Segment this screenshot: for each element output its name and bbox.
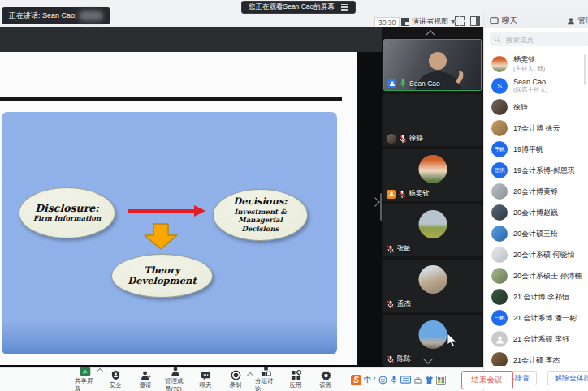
share-screen-caret-icon[interactable] (97, 368, 103, 375)
theory-label: Theory Development (128, 265, 197, 286)
share-screen-button[interactable]: 共享屏幕 (75, 366, 96, 391)
member-list-item[interactable]: 20会计硕王松 (484, 223, 588, 244)
mic-on-icon (399, 79, 407, 88)
member-avatar (491, 183, 508, 200)
record-button[interactable]: 录制 (225, 370, 246, 389)
ime-emoji-icon[interactable] (378, 376, 387, 385)
record-caret-icon[interactable] (247, 372, 253, 379)
tile-name: 杨雯钦 (409, 189, 430, 199)
presentation-slide: Disclosure: Firm Information Decisions: … (0, 52, 357, 365)
breakout-rooms-button[interactable]: 分组讨论 (255, 366, 276, 391)
end-meeting-button[interactable]: 结束会议 (461, 371, 513, 389)
security-button[interactable]: 安全 (105, 370, 126, 389)
strip-collapse-chevron-icon[interactable] (370, 197, 379, 206)
speaking-banner: 正在讲话: Sean Cao; (2, 7, 110, 24)
member-list-item[interactable]: S Sean Cao (联席主持人) (484, 75, 588, 97)
member-list-item[interactable]: 20会计系硕 何晓怡 (484, 244, 588, 265)
manage-members-button[interactable]: 管理成员(70) (165, 366, 186, 391)
decisions-title: Decisions: (233, 196, 287, 207)
mic-muted-icon (387, 355, 395, 364)
chat-tab-label: 聊天 (502, 15, 517, 26)
member-avatar: 平帆 (491, 141, 508, 157)
record-circle-icon (231, 370, 241, 380)
member-avatar (491, 226, 508, 242)
unmute-all-button[interactable]: 解除全体静音 (547, 371, 588, 385)
shared-screen-top-strip (0, 27, 382, 52)
tab-manage-members[interactable]: 管理成员 (567, 15, 588, 26)
member-list-item[interactable]: 一彬 21 会计系博 潘一彬 (484, 307, 588, 329)
red-arrow (126, 204, 207, 217)
meeting-window: 30:30 演讲者视图 正在讲话: Sean Cao; 您正在观看Sean Ca… (0, 0, 588, 391)
ime-mic-icon[interactable] (390, 375, 398, 385)
search-icon (494, 36, 501, 43)
member-avatar (491, 120, 508, 136)
member-list-item[interactable]: 17会计博 徐云 (484, 118, 588, 139)
apps-button[interactable]: 应用 (285, 370, 306, 389)
ime-skin-shirt-icon[interactable] (425, 376, 434, 385)
view-mode-selector[interactable]: 演讲者视图 (401, 15, 456, 28)
video-tile[interactable]: 孟杰 (383, 260, 482, 312)
member-list-item[interactable]: 20会计博黄铮 (484, 181, 588, 202)
tile-name: 徐静 (409, 134, 423, 144)
member-search[interactable] (490, 32, 588, 46)
chat-bubble-icon (490, 17, 499, 25)
decisions-subtitle: Investment & Managerial Decisions (234, 208, 286, 234)
fullscreen-button[interactable] (455, 16, 465, 26)
scroll-up-chevron-icon[interactable] (426, 30, 435, 39)
shared-screen-area: Disclosure: Firm Information Decisions: … (0, 27, 382, 367)
member-avatar-default (491, 331, 508, 347)
ime-toolbox-icon[interactable] (413, 376, 422, 385)
member-list-item[interactable]: 平帆 19博平帆 (484, 139, 588, 160)
disclosure-ellipse: Disclosure: Firm Information (19, 187, 115, 238)
apps-grid-icon (291, 370, 301, 380)
chat-bubble-icon (201, 370, 211, 380)
video-tile[interactable]: 徐静 (383, 94, 482, 146)
ime-keyboard-icon[interactable] (400, 376, 411, 384)
member-avatar (491, 268, 508, 284)
invite-person-icon (141, 370, 151, 380)
video-tile[interactable]: 张敏 (383, 204, 482, 256)
member-list-item[interactable]: 杨雯钦 (主持人, 我) (484, 53, 588, 75)
participant-avatar (418, 210, 447, 238)
chat-button[interactable]: 聊天 (195, 370, 216, 389)
view-mode-label: 演讲者视图 (412, 16, 448, 27)
layout-toggle-button[interactable] (470, 16, 480, 26)
redacted-name (79, 11, 103, 21)
ime-picture-icon[interactable] (436, 376, 446, 385)
tile-name: 孟杰 (397, 299, 411, 309)
settings-gear-icon (321, 370, 331, 380)
video-thumbnail-strip: Sean Cao 徐静 (382, 27, 483, 367)
search-input[interactable] (504, 35, 581, 45)
member-avatar (491, 247, 508, 263)
mic-muted-icon (387, 245, 395, 254)
security-shield-icon (111, 370, 120, 380)
mic-muted-icon (398, 190, 406, 199)
participant-role-icon (387, 79, 396, 88)
member-list-item[interactable]: 20会计系硕士 孙沛楠 (484, 265, 588, 286)
input-method-tray: S 中 ’ (348, 374, 448, 386)
ime-mode-icon[interactable]: 中 (364, 375, 371, 385)
member-list-item[interactable]: 21 会计系硕 李钰 (484, 329, 588, 350)
member-list-item[interactable]: 20会计博赵巍 (484, 202, 588, 223)
video-tile[interactable]: 杨雯钦 (383, 149, 482, 201)
invite-button[interactable]: 邀请 (135, 370, 156, 389)
member-role: (主持人, 我) (513, 65, 545, 73)
disclosure-title: Disclosure: (35, 203, 99, 214)
video-tile-sean-cao[interactable]: Sean Cao (383, 39, 482, 91)
member-list-item[interactable]: 徐静 (484, 97, 588, 118)
member-avatar: 一彬 (491, 310, 508, 326)
theory-ellipse: Theory Development (111, 254, 213, 298)
settings-button[interactable]: 设置 (315, 370, 336, 389)
watching-screen-banner: 您正在观看Sean Cao的屏幕 (241, 1, 356, 14)
disclosure-subtitle: Firm Information (33, 214, 101, 223)
member-list-item[interactable]: 恩琪 19会计系博-郝恩琪 (484, 160, 588, 181)
banner-menu-icon[interactable] (341, 4, 348, 6)
participant-mini-avatar (387, 134, 396, 144)
member-list-item[interactable]: 21 会计博 李祁恒 (484, 286, 588, 307)
participant-avatar (418, 155, 447, 183)
mouse-cursor (447, 333, 457, 347)
tab-chat[interactable]: 聊天 (484, 15, 517, 26)
ime-punct-icon[interactable]: ’ (374, 376, 376, 384)
ime-sogou-icon[interactable]: S (351, 375, 361, 385)
member-avatar (491, 289, 508, 305)
